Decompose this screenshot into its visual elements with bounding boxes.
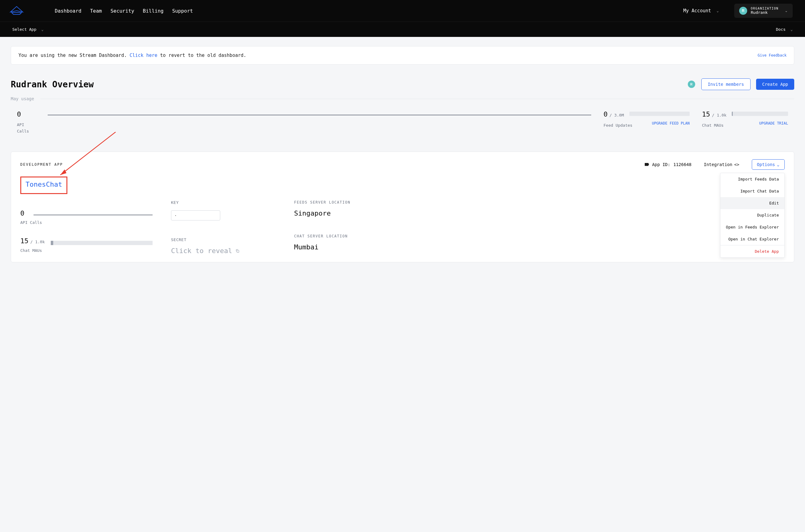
app-card-header: DEVELOPMENT APP App ID: 1126648 Integrat… bbox=[20, 159, 785, 170]
options-dropdown: Import Feeds Data Import Chat Data Edit … bbox=[720, 173, 785, 258]
api-key-field[interactable] bbox=[171, 210, 220, 221]
nav-support[interactable]: Support bbox=[172, 8, 193, 14]
svg-marker-1 bbox=[60, 169, 67, 175]
svg-rect-2 bbox=[237, 250, 239, 252]
boat-logo-icon bbox=[9, 5, 24, 15]
dropdown-duplicate[interactable]: Duplicate bbox=[720, 209, 784, 221]
nav-billing[interactable]: Billing bbox=[143, 8, 163, 14]
dropdown-import-feeds[interactable]: Import Feeds Data bbox=[720, 173, 784, 185]
dropdown-open-chat-explorer[interactable]: Open in Chat Explorer bbox=[720, 233, 784, 245]
overview-avatar: R bbox=[688, 80, 695, 88]
usage-period-label: May usage bbox=[11, 96, 794, 101]
docs-link[interactable]: Docs ⌄ bbox=[776, 27, 793, 32]
give-feedback-link[interactable]: Give Feedback bbox=[757, 53, 787, 57]
feeds-location-label: FEEDS SERVER LOCATION bbox=[294, 200, 785, 205]
app-card: DEVELOPMENT APP App ID: 1126648 Integrat… bbox=[11, 152, 794, 262]
my-account-label: My Account bbox=[683, 8, 711, 14]
nav-dashboard[interactable]: Dashboard bbox=[55, 8, 81, 14]
chevron-down-icon: ⌄ bbox=[777, 162, 780, 167]
feed-updates-metric: 0 / 3.0M Feed Updates UPGRADE FEED PLAN bbox=[603, 110, 690, 135]
dropdown-open-feeds-explorer[interactable]: Open in Feeds Explorer bbox=[720, 221, 784, 233]
org-name: Rudrank bbox=[751, 10, 779, 15]
main-nav: Dashboard Team Security Billing Support bbox=[55, 8, 193, 14]
app-api-calls-metric: 0 API Calls bbox=[20, 209, 153, 225]
overview-header: Rudrank Overview R Invite members Create… bbox=[11, 78, 794, 90]
banner-text: You are using the new Stream Dashboard. … bbox=[18, 53, 246, 58]
upgrade-feed-link[interactable]: UPGRADE FEED PLAN bbox=[652, 121, 690, 128]
app-id: App ID: 1126648 bbox=[645, 162, 692, 167]
upgrade-trial-link[interactable]: UPGRADE TRIAL bbox=[759, 121, 788, 128]
org-label: ORGANIZATION bbox=[751, 7, 779, 10]
my-account-menu[interactable]: My Account ⌄ bbox=[683, 8, 719, 14]
org-avatar: R bbox=[739, 7, 747, 15]
page-title: Rudrank Overview bbox=[11, 79, 94, 90]
chevron-down-icon: ⌄ bbox=[790, 27, 793, 32]
create-app-button[interactable]: Create App bbox=[756, 79, 794, 90]
invite-members-button[interactable]: Invite members bbox=[701, 78, 751, 90]
options-button[interactable]: Options ⌄ bbox=[752, 159, 785, 170]
dropdown-import-chat[interactable]: Import Chat Data bbox=[720, 185, 784, 197]
dropdown-edit[interactable]: Edit bbox=[720, 197, 784, 209]
feed-updates-bar bbox=[629, 112, 690, 116]
api-calls-metric: 0 API Calls bbox=[17, 110, 35, 135]
code-icon: <> bbox=[734, 162, 740, 167]
annotation-arrow-icon bbox=[51, 132, 119, 181]
chat-location-label: CHAT SERVER LOCATION bbox=[294, 234, 785, 238]
chat-location-value: Mumbai bbox=[294, 243, 785, 251]
tag-icon bbox=[645, 163, 649, 166]
top-bar: Dashboard Team Security Billing Support … bbox=[0, 0, 805, 21]
nav-security[interactable]: Security bbox=[110, 8, 134, 14]
nav-team[interactable]: Team bbox=[90, 8, 102, 14]
app-chat-maus-metric: 15 / 1.0k Chat MAUs bbox=[20, 237, 153, 253]
logo[interactable] bbox=[9, 5, 24, 16]
copy-icon bbox=[235, 247, 240, 254]
chat-maus-metric: 15 / 1.0k Chat MAUs UPGRADE TRIAL bbox=[702, 110, 788, 135]
org-selector[interactable]: R ORGANIZATION Rudrank ⌄ bbox=[734, 4, 793, 18]
usage-metrics: 0 API Calls 0 / 3.0M Feed Updates UPGRAD… bbox=[11, 110, 794, 135]
select-app-dropdown[interactable]: Select App ⌄ bbox=[12, 27, 44, 32]
api-calls-bar bbox=[48, 115, 591, 115]
info-banner: You are using the new Stream Dashboard. … bbox=[11, 46, 794, 64]
chevron-down-icon: ⌄ bbox=[41, 27, 43, 32]
reveal-secret-button[interactable]: Click to reveal bbox=[171, 247, 276, 254]
chevron-down-icon: ⌄ bbox=[717, 8, 719, 13]
feeds-location-value: Singapore bbox=[294, 209, 785, 217]
revert-link[interactable]: Click here bbox=[130, 53, 157, 58]
app-name-highlight: TonesChat bbox=[20, 176, 67, 194]
key-label: KEY bbox=[171, 200, 276, 205]
sub-bar: Select App ⌄ Docs ⌄ bbox=[0, 21, 805, 37]
dropdown-delete-app[interactable]: Delete App bbox=[720, 245, 784, 258]
chevron-down-icon: ⌄ bbox=[785, 8, 788, 13]
app-type-label: DEVELOPMENT APP bbox=[20, 163, 63, 167]
chat-maus-bar bbox=[732, 112, 788, 116]
integration-link[interactable]: Integration <> bbox=[704, 162, 740, 167]
app-name-link[interactable]: TonesChat bbox=[25, 180, 62, 188]
secret-label: SECRET bbox=[171, 238, 276, 242]
